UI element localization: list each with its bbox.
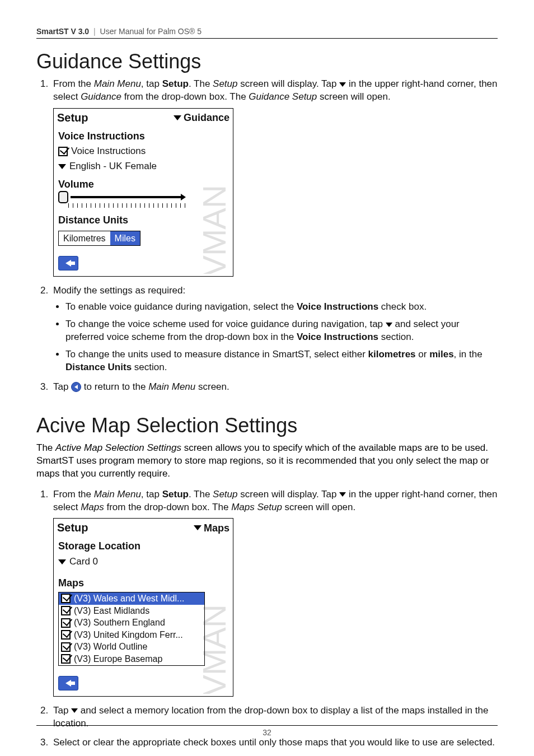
bullet-units: To change the units used to measure dist… <box>65 348 498 374</box>
map-item[interactable]: (V3) East Midlands <box>59 605 204 617</box>
shot-title: Setup <box>57 110 88 125</box>
maps-step-3: Select or clear the appropriate check bo… <box>51 736 498 749</box>
map-item[interactable]: (V3) Europe Basemap <box>59 653 204 665</box>
guidance-steps: From the Main Menu, tap Setup. The Setup… <box>51 78 498 394</box>
dropdown-icon <box>339 492 346 497</box>
back-icon <box>71 382 81 392</box>
slider-track[interactable] <box>71 196 182 198</box>
units-toggle[interactable]: Kilometres Miles <box>58 231 140 246</box>
checkbox-icon[interactable] <box>58 147 68 156</box>
back-button[interactable] <box>58 676 78 690</box>
watermark: NAVMAN <box>198 142 231 274</box>
maps-intro: The Active Map Selection Settings screen… <box>36 442 498 480</box>
slider-ticks <box>68 203 188 209</box>
back-arrow-icon <box>65 260 71 267</box>
checkbox-icon[interactable] <box>61 606 71 615</box>
screenshot-maps: Setup Maps Storage Location Card 0 Maps … <box>53 518 233 696</box>
shot-titlebar: Setup Guidance <box>54 109 233 127</box>
guidance-step-3: Tap to return to the Main Menu screen. <box>51 381 498 394</box>
checkbox-icon[interactable] <box>61 594 71 603</box>
header-sep: | <box>93 27 96 36</box>
back-arrow-icon <box>65 680 71 687</box>
guidance-step-2: Modify the settings as required: To enab… <box>51 284 498 374</box>
bullet-voice-checkbox: To enable voice guidance during navigati… <box>65 301 498 314</box>
page-number: 32 <box>36 725 498 737</box>
dropdown-icon <box>386 323 392 327</box>
header-rest: User Manual for Palm OS® 5 <box>100 27 202 36</box>
shot-titlebar: Setup Maps <box>54 519 233 537</box>
dropdown-icon <box>58 559 66 564</box>
shot-title: Setup <box>57 520 88 535</box>
page-header: SmartST V 3.0 | User Manual for Palm OS®… <box>36 27 498 39</box>
slider-knob[interactable] <box>58 191 68 203</box>
checkbox-icon[interactable] <box>61 618 71 628</box>
maps-step-1: From the Main Menu, tap Setup. The Setup… <box>51 488 498 697</box>
section-voice-heading: Voice Instructions <box>58 129 228 143</box>
heading-maps: Acive Map Selection Settings <box>36 414 498 437</box>
map-item[interactable]: (V3) Wales and West Midl... <box>59 592 204 605</box>
guidance-step-1: From the Main Menu, tap Setup. The Setup… <box>51 78 498 277</box>
screenshot-guidance: Setup Guidance Voice Instructions Voice … <box>53 108 233 277</box>
dropdown-icon <box>194 525 202 530</box>
bullet-voice-scheme: To change the voice scheme used for voic… <box>65 318 498 344</box>
units-miles[interactable]: Miles <box>110 231 140 246</box>
header-brand: SmartST V 3.0 <box>36 27 89 36</box>
map-item[interactable]: (V3) World Outline <box>59 641 204 653</box>
map-item[interactable]: (V3) Southern England <box>59 617 204 629</box>
back-button[interactable] <box>58 256 78 270</box>
shot-menu-selector[interactable]: Guidance <box>174 111 229 124</box>
watermark: NAVMAN <box>198 552 231 693</box>
dropdown-icon <box>174 115 181 120</box>
map-item[interactable]: (V3) United Kingdom Ferr... <box>59 629 204 641</box>
section-storage-heading: Storage Location <box>58 539 228 553</box>
maps-steps: From the Main Menu, tap Setup. The Setup… <box>51 488 498 756</box>
units-km[interactable]: Kilometres <box>59 231 110 246</box>
dropdown-icon <box>339 82 346 87</box>
checkbox-icon[interactable] <box>61 654 71 664</box>
dropdown-icon <box>71 708 78 713</box>
heading-guidance: Guidance Settings <box>36 50 498 73</box>
guidance-bullets: To enable voice guidance during navigati… <box>65 301 498 374</box>
checkbox-icon[interactable] <box>61 630 71 640</box>
shot-content: Voice Instructions Voice Instructions En… <box>54 127 233 276</box>
shot-menu-selector[interactable]: Maps <box>194 521 229 535</box>
shot-content: Storage Location Card 0 Maps (V3) Wales … <box>54 537 233 696</box>
dropdown-icon <box>58 164 66 169</box>
maps-list: (V3) Wales and West Midl... (V3) East Mi… <box>58 592 205 666</box>
checkbox-icon[interactable] <box>61 642 71 652</box>
